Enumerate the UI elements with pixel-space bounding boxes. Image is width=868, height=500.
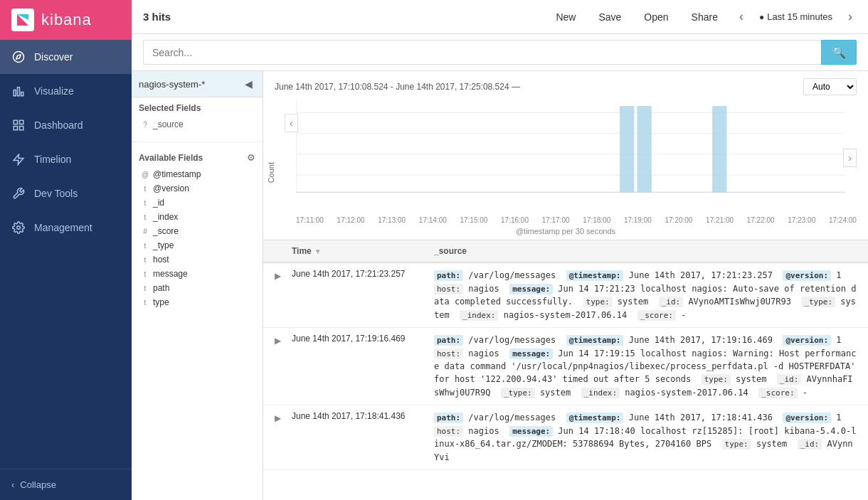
field-type-score: #	[142, 228, 149, 235]
search-button[interactable]: 🔍	[821, 40, 857, 65]
svg-rect-6	[20, 120, 23, 124]
table-row: ▶ June 14th 2017, 17:18:41.436 path: /va…	[263, 405, 868, 470]
right-panel: June 14th 2017, 17:10:08.524 - June 14th…	[263, 71, 868, 500]
sidebar-item-devtools[interactable]: Dev Tools	[0, 176, 132, 211]
chart-x-labels: 17:11:00 17:12:00 17:13:00 17:14:00 17:1…	[275, 215, 857, 227]
row-expand-btn-2[interactable]: ▶	[275, 413, 281, 423]
field-item-score[interactable]: # _score	[139, 224, 255, 238]
field-item-type-field[interactable]: t type	[139, 295, 255, 309]
chart-header: June 14th 2017, 17:10:08.524 - June 14th…	[275, 78, 857, 95]
td-source-2: path: /var/log/messages @timestamp: June…	[434, 411, 857, 464]
sidebar-item-visualize[interactable]: Visualize	[0, 74, 132, 108]
field-type-timestamp: @	[142, 171, 149, 179]
td-expand-2: ▶	[275, 411, 292, 423]
collapse-btn[interactable]: ‹ Collapse	[0, 469, 132, 500]
open-button[interactable]: Open	[638, 9, 674, 26]
field-label-type: _type	[153, 240, 174, 250]
svg-rect-4	[21, 92, 23, 96]
field-type-badge: ?	[142, 121, 149, 129]
field-key-timestamp-2: @timestamp:	[566, 413, 624, 423]
field-val-index-0: _index:	[460, 310, 498, 321]
x-label-9: 17:20:00	[665, 216, 692, 224]
field-key-timestamp-1: @timestamp:	[566, 335, 624, 346]
field-key-version-0: @version:	[783, 270, 831, 281]
chart-svg: 1 0.8 0.6 0.4 0.2	[296, 101, 845, 201]
field-type-id: t	[142, 199, 149, 207]
row-expand-btn-0[interactable]: ▶	[275, 271, 281, 281]
selected-fields-title: Selected Fields	[139, 103, 201, 113]
sidebar-item-discover[interactable]: Discover	[0, 40, 132, 74]
field-type-host: t	[142, 256, 149, 264]
td-source-0: path: /var/log/messages @timestamp: June…	[434, 269, 857, 321]
prev-time-btn[interactable]: ‹	[735, 6, 748, 27]
content-area: nagios-system-* ◀ Selected Fields ? _sou…	[132, 71, 868, 500]
chart-interval-select[interactable]: Auto	[803, 78, 857, 95]
th-time-label: Time	[292, 246, 312, 256]
x-label-11: 17:22:00	[747, 216, 775, 224]
index-edit-btn[interactable]: ◀	[242, 77, 255, 91]
field-key-timestamp-0: @timestamp:	[566, 270, 624, 281]
chart-scroll-left-btn[interactable]: ‹	[285, 114, 298, 132]
field-type-type-field: t	[142, 299, 149, 307]
fields-divider	[132, 142, 263, 142]
field-item-source[interactable]: ? _source	[139, 117, 255, 132]
field-val-id-1: _id:	[777, 374, 802, 385]
results-table: Time ▼ _source ▶ June 14th 2017, 17:21:2…	[263, 240, 868, 500]
next-time-btn[interactable]: ›	[844, 6, 857, 27]
x-label-0: 17:11:00	[296, 216, 324, 224]
gear-icon	[11, 220, 26, 235]
field-val-type2-0: _type:	[801, 297, 835, 307]
sidebar-nav: Discover Visualize Dashboard	[0, 40, 132, 469]
field-item-host[interactable]: t host	[139, 252, 255, 267]
sidebar-item-dashboard[interactable]: Dashboard	[0, 108, 132, 142]
available-fields-header: Available Fields ⚙	[139, 152, 255, 163]
left-panel: nagios-system-* ◀ Selected Fields ? _sou…	[132, 71, 263, 500]
sidebar-item-timelion[interactable]: Timelion	[0, 142, 132, 176]
field-item-message[interactable]: t message	[139, 267, 255, 281]
fields-settings-btn[interactable]: ⚙	[247, 152, 255, 163]
field-item-timestamp[interactable]: @ @timestamp	[139, 167, 255, 181]
field-item-version[interactable]: t @version	[139, 181, 255, 196]
svg-rect-7	[14, 127, 17, 130]
share-button[interactable]: Share	[686, 9, 724, 26]
main-content: 3 hits New Save Open Share ‹ ● Last 15 m…	[132, 0, 868, 500]
row-expand-btn-1[interactable]: ▶	[275, 336, 281, 346]
chart-y-label: Count	[267, 162, 275, 183]
field-label-type-field: type	[153, 297, 169, 307]
chart-time-range: June 14th 2017, 17:10:08.524 - June 14th…	[275, 82, 520, 92]
field-item-index[interactable]: t _index	[139, 210, 255, 224]
save-button[interactable]: Save	[593, 9, 627, 26]
sidebar-item-management[interactable]: Management	[0, 211, 132, 245]
svg-point-9	[17, 226, 21, 230]
field-item-path[interactable]: t path	[139, 281, 255, 295]
field-item-id[interactable]: t _id	[139, 196, 255, 210]
svg-rect-23	[712, 106, 726, 192]
field-type-type: t	[142, 242, 149, 250]
svg-rect-22	[637, 106, 651, 192]
available-fields-section: Available Fields ⚙ @ @timestamp t @versi…	[132, 147, 263, 315]
available-fields-title: Available Fields	[139, 153, 203, 163]
chart-scroll-right-btn[interactable]: ›	[843, 149, 857, 167]
field-key-path-2: path:	[434, 413, 463, 423]
new-button[interactable]: New	[550, 9, 581, 26]
field-item-type[interactable]: t _type	[139, 238, 255, 252]
hits-count: 3 hits	[143, 11, 171, 23]
kibana-logo[interactable]: kibana	[0, 0, 132, 40]
field-label-version: @version	[153, 183, 189, 193]
kibana-logo-text: kibana	[41, 11, 92, 29]
field-label-timestamp: @timestamp	[153, 169, 201, 179]
x-label-1: 17:12:00	[337, 216, 365, 224]
search-input[interactable]	[143, 40, 821, 65]
th-time[interactable]: Time ▼	[292, 246, 434, 256]
td-expand-0: ▶	[275, 269, 292, 281]
field-label-host: host	[153, 255, 169, 265]
field-key-version-1: @version:	[783, 335, 831, 346]
index-selector: nagios-system-* ◀	[132, 71, 263, 97]
sidebar-item-label-devtools: Dev Tools	[34, 188, 78, 199]
field-key-version-2: @version:	[783, 413, 831, 423]
field-type-version: t	[142, 185, 149, 193]
field-type-index: t	[142, 213, 149, 221]
compass-icon	[11, 50, 26, 64]
svg-rect-3	[18, 87, 20, 96]
field-val-id-0: _id:	[659, 297, 684, 307]
